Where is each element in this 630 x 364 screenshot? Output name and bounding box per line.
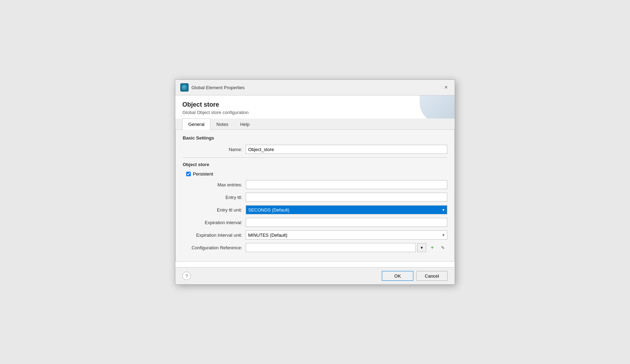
config-reference-row: Configuration Reference: ▼ + ✎ [183, 243, 447, 252]
tab-help[interactable]: Help [234, 119, 255, 130]
dialog-footer: ? OK Cancel [175, 267, 455, 284]
config-reference-select[interactable] [246, 243, 416, 252]
tab-notes[interactable]: Notes [210, 119, 234, 130]
entry-ttl-unit-label: Entry ttl unit: [183, 207, 246, 213]
close-button[interactable]: × [442, 84, 450, 91]
config-reference-label: Configuration Reference: [183, 245, 246, 250]
name-label: Name: [183, 147, 246, 152]
ok-button[interactable]: OK [382, 271, 413, 281]
header-decoration [420, 95, 455, 119]
entry-ttl-unit-select[interactable]: SECONDS (Default) MILLISECONDS MINUTES H… [246, 205, 447, 214]
entry-ttl-label: Entry ttl: [183, 195, 246, 200]
config-ref-edit-button[interactable]: ✎ [438, 243, 447, 252]
expiration-interval-row: Expiration interval: [183, 218, 447, 227]
expiration-interval-unit-label: Expiration interval unit: [183, 233, 246, 238]
name-row: Name: [183, 145, 447, 154]
object-store-section: Object store Persistent Max entries: Ent… [183, 162, 447, 252]
app-icon [180, 83, 189, 92]
entry-ttl-input[interactable] [246, 193, 447, 202]
expiration-interval-label: Expiration interval: [183, 220, 246, 225]
footer-left: ? [182, 272, 191, 280]
max-entries-input[interactable] [246, 180, 447, 189]
cancel-button[interactable]: Cancel [416, 271, 448, 281]
tab-general[interactable]: General [182, 119, 210, 130]
config-ref-dropdown-button[interactable]: ▼ [417, 243, 426, 252]
dialog-title-left: Global Element Properties [180, 83, 245, 92]
tab-content-general: Basic Settings Name: Object store Persis… [175, 130, 455, 262]
expiration-interval-unit-select[interactable]: MINUTES (Default) SECONDS MILLISECONDS H… [246, 230, 447, 240]
object-store-title: Object store [183, 162, 447, 167]
dialog-header-title: Object store [182, 101, 448, 108]
help-button[interactable]: ? [182, 272, 191, 280]
entry-ttl-unit-wrapper: SECONDS (Default) MILLISECONDS MINUTES H… [246, 205, 447, 214]
entry-ttl-row: Entry ttl: [183, 193, 447, 202]
basic-settings-title: Basic Settings [183, 135, 447, 141]
section-divider [183, 157, 447, 158]
expiration-interval-unit-row: Expiration interval unit: MINUTES (Defau… [183, 230, 447, 240]
global-element-properties-dialog: Global Element Properties × Object store… [175, 79, 455, 285]
tab-bar: General Notes Help [175, 119, 455, 130]
config-ref-wrapper: ▼ + ✎ [246, 243, 447, 252]
footer-right: OK Cancel [382, 271, 448, 281]
dialog-body: General Notes Help Basic Settings Name: … [175, 119, 455, 267]
dialog-titlebar: Global Element Properties × [175, 80, 455, 95]
config-ref-add-button[interactable]: + [428, 243, 437, 252]
persistent-row: Persistent [183, 171, 447, 177]
entry-ttl-unit-row: Entry ttl unit: SECONDS (Default) MILLIS… [183, 205, 447, 214]
dialog-header-subtitle: Global Object store configuration [182, 110, 448, 115]
name-input[interactable] [246, 145, 447, 154]
max-entries-row: Max entries: [183, 180, 447, 189]
max-entries-label: Max entries: [183, 182, 246, 187]
persistent-label: Persistent [193, 171, 213, 177]
expiration-interval-input[interactable] [246, 218, 447, 227]
dialog-title: Global Element Properties [191, 85, 245, 90]
dialog-header: Object store Global Object store configu… [175, 95, 455, 119]
expiration-interval-unit-wrapper: MINUTES (Default) SECONDS MILLISECONDS H… [246, 230, 447, 240]
persistent-checkbox[interactable] [186, 172, 191, 176]
